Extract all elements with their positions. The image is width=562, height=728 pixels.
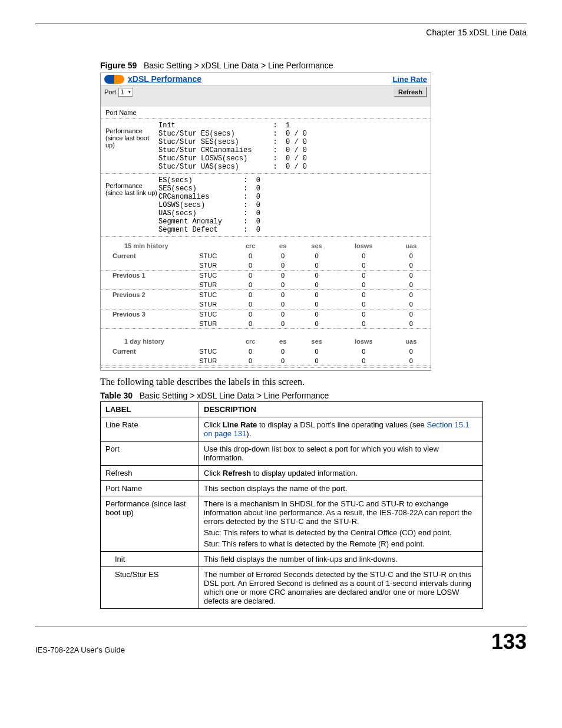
figure-caption: Figure 59 Basic Setting > xDSL Line Data… — [100, 61, 527, 70]
chapter-title: Chapter 15 xDSL Line Data — [35, 28, 527, 37]
footer-guide: IES-708-22A User's Guide — [35, 645, 125, 654]
refresh-button[interactable]: Refresh — [394, 87, 427, 97]
port-name-label: Port Name — [101, 107, 431, 119]
history-1day-table: 1 day historycrcessesloswsuasCurrentSTUC… — [101, 336, 431, 366]
panel-title: xDSL Performance — [128, 74, 201, 84]
history-15min-table: 15 min historycrcessesloswsuasCurrentSTU… — [101, 241, 431, 329]
perf-boot-values: Init : 1 Stuc/Stur ES(secs) : 0 / 0 Stuc… — [158, 121, 307, 171]
table-label: Table 30 — [100, 391, 133, 400]
port-select[interactable]: 1 — [118, 88, 133, 97]
table-caption-text: Basic Setting > xDSL Line Data > Line Pe… — [140, 391, 329, 400]
description-table: LABELDESCRIPTIONLine RateClick Line Rate… — [100, 401, 483, 609]
figure-label: Figure 59 — [100, 61, 137, 70]
perf-boot-label: Performance (since last boot up) — [105, 121, 158, 171]
port-label: Port — [104, 88, 116, 95]
perf-link-label: Performance (since last link up) — [105, 176, 158, 234]
perf-link-values: ES(secs) : 0 SES(secs) : 0 CRCanomalies … — [158, 176, 260, 234]
figure-text: Basic Setting > xDSL Line Data > Line Pe… — [144, 61, 333, 70]
screenshot-panel: xDSL Performance Line Rate Port 1 Refres… — [100, 73, 431, 371]
page-number: 133 — [491, 630, 527, 654]
line-rate-link[interactable]: Line Rate — [392, 75, 427, 84]
table-caption: Table 30 Basic Setting > xDSL Line Data … — [100, 391, 527, 400]
logo-pill-icon — [104, 75, 124, 84]
body-text: The following table describes the labels… — [100, 377, 527, 387]
